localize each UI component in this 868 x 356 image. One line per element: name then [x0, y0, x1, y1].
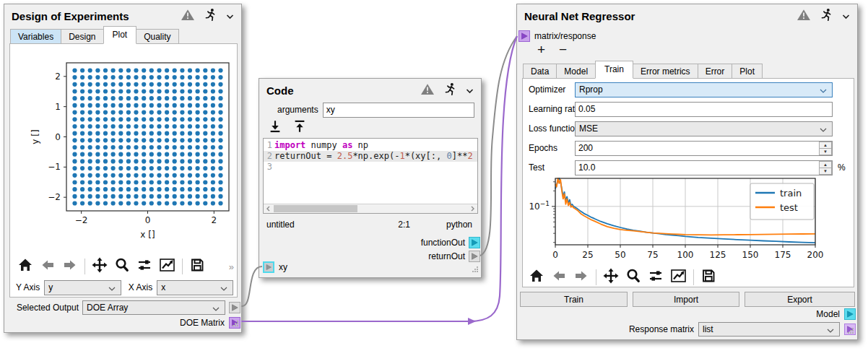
learning-rate-row: Learning rate [529, 101, 851, 117]
svg-text:200: 200 [807, 250, 824, 260]
warning-icon [420, 83, 435, 98]
epochs-spinbox[interactable]: 200 ▲▼ [575, 141, 833, 156]
scroll-right-icon[interactable] [468, 204, 477, 213]
y-axis-combo[interactable]: y [44, 280, 121, 295]
home-icon[interactable] [17, 257, 33, 276]
code-file-name: untitled [266, 220, 398, 230]
toolbar-more-button[interactable]: » [229, 261, 234, 272]
response-matrix-combo[interactable]: list [698, 322, 840, 337]
svg-text:−1: −1 [48, 162, 61, 172]
back-icon[interactable] [40, 257, 56, 276]
tab-quality[interactable]: Quality [136, 29, 178, 44]
nn-tabs: Data Model Train Error metrics Error Plo… [523, 61, 762, 79]
spin-up-icon[interactable]: ▲ [819, 142, 832, 148]
subplot-settings-icon[interactable] [648, 268, 664, 287]
collapse-chevron-icon[interactable] [226, 9, 234, 22]
code-status-bar: untitled 2:1 python [266, 219, 472, 230]
back-icon[interactable] [551, 268, 567, 287]
tab-error[interactable]: Error [698, 64, 733, 79]
tab-error-metrics[interactable]: Error metrics [633, 64, 698, 79]
optimizer-row: Optimizer Rprop [529, 82, 851, 97]
spin-up-icon[interactable]: ▲ [819, 161, 832, 168]
link-arrowhead [468, 318, 476, 325]
tab-plot[interactable]: Plot [732, 64, 763, 79]
plot-options-icon[interactable] [670, 268, 687, 287]
test-spinbox[interactable]: 10.0 ▲▼ [575, 160, 833, 175]
tab-train[interactable]: Train [595, 61, 633, 79]
forward-icon[interactable] [573, 268, 589, 287]
selected-output-combo[interactable]: DOE Array [82, 300, 225, 315]
zoom-icon[interactable] [114, 257, 130, 276]
code-editor-hscrollbar[interactable] [264, 204, 477, 213]
svg-text:0: 0 [552, 250, 558, 260]
model-output-port[interactable] [844, 308, 856, 320]
matrix-response-label: matrix/response [534, 31, 596, 41]
pan-icon[interactable] [92, 257, 108, 276]
code-panel: Code arguments 1import numpy as np2retur… [259, 78, 482, 278]
collapse-chevron-icon[interactable] [466, 84, 474, 97]
resize-grip[interactable] [848, 324, 854, 337]
function-out-port[interactable] [469, 237, 480, 248]
remove-port-button[interactable]: − [559, 43, 567, 57]
code-line[interactable]: 3 [264, 162, 477, 173]
cursor-position: 2:1 [398, 220, 410, 230]
matrix-response-port[interactable] [518, 30, 530, 42]
response-matrix-row: Response matrix list [629, 322, 856, 337]
optimizer-combo[interactable]: Rprop [575, 82, 833, 97]
add-port-button[interactable]: + [537, 43, 545, 57]
resize-grip[interactable] [233, 317, 239, 330]
export-script-icon[interactable] [292, 119, 307, 136]
x-axis-combo[interactable]: x [157, 280, 233, 295]
loss-function-combo[interactable]: MSE [575, 121, 833, 136]
svg-text:1: 1 [55, 102, 61, 112]
import-button[interactable]: Import [633, 292, 739, 307]
tab-design[interactable]: Design [61, 29, 103, 44]
scrollbar-thumb[interactable] [274, 205, 357, 212]
selected-output-port[interactable] [229, 302, 240, 313]
doe-panel-title: Design of Experiments [12, 10, 181, 22]
save-icon[interactable] [189, 257, 205, 276]
scroll-left-icon[interactable] [264, 204, 273, 213]
export-button[interactable]: Export [745, 292, 855, 307]
home-icon[interactable] [529, 268, 544, 287]
forward-icon[interactable] [62, 257, 78, 276]
link-returnout-to-matrix-response [480, 36, 517, 256]
code-file-actions [268, 120, 307, 136]
import-script-icon[interactable] [268, 119, 282, 136]
svg-text:50: 50 [615, 250, 625, 260]
xy-input-port[interactable] [263, 261, 274, 273]
train-button[interactable]: Train [520, 292, 628, 307]
tab-plot[interactable]: Plot [103, 26, 137, 44]
tab-model[interactable]: Model [556, 64, 596, 79]
code-line[interactable]: 1import numpy as np [264, 140, 477, 151]
pan-icon[interactable] [603, 268, 619, 287]
code-editor[interactable]: 1import numpy as np2returnOut = 2.5*np.e… [263, 138, 478, 214]
zoom-icon[interactable] [625, 268, 641, 287]
return-out-port[interactable] [469, 251, 480, 262]
nn-plot-toolbar [529, 268, 848, 287]
learning-rate-input[interactable] [575, 102, 833, 117]
plot-options-icon[interactable] [159, 257, 175, 276]
epochs-label: Epochs [529, 143, 575, 153]
tab-variables[interactable]: Variables [10, 29, 61, 44]
code-title-bar: Code [259, 79, 481, 99]
code-line[interactable]: 2returnOut = 2.5*np.exp(-1*(xy[:, 0]**2 … [264, 151, 477, 162]
arguments-label: arguments [277, 105, 318, 115]
subplot-settings-icon[interactable] [136, 257, 152, 276]
x-axis-label: X Axis [129, 282, 152, 292]
arguments-input[interactable] [323, 103, 474, 118]
model-output-label: Model [816, 309, 840, 319]
chevron-down-icon [820, 128, 827, 132]
chevron-down-icon [827, 329, 834, 333]
learning-rate-label: Learning rate [529, 104, 575, 114]
arguments-row: arguments [277, 103, 474, 117]
spin-down-icon[interactable]: ▼ [819, 148, 832, 155]
nn-title-bar: Neural Net Regressor [517, 4, 857, 25]
collapse-chevron-icon[interactable] [842, 9, 850, 22]
resize-grip[interactable] [472, 263, 479, 276]
tab-data[interactable]: Data [523, 64, 557, 79]
chevron-down-icon [820, 89, 827, 93]
spin-down-icon[interactable]: ▼ [819, 168, 832, 175]
svg-text:125: 125 [710, 250, 726, 260]
save-icon[interactable] [700, 268, 716, 287]
